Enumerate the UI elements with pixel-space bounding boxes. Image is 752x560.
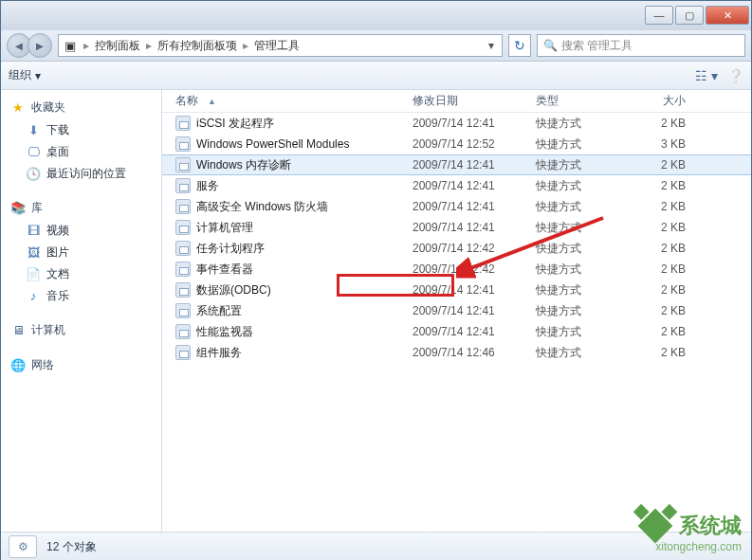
sidebar-group-label: 计算机 <box>31 322 65 338</box>
file-type: 快捷方式 <box>536 136 631 153</box>
sidebar-item-label: 最近访问的位置 <box>46 166 126 182</box>
breadcrumb-sep: ▸ <box>146 39 152 52</box>
file-name: 性能监视器 <box>196 324 253 340</box>
file-type: 快捷方式 <box>536 116 631 132</box>
sidebar-item-label: 图片 <box>46 244 69 261</box>
sidebar-group-network[interactable]: 🌐 网络 <box>1 353 161 377</box>
network-icon: 🌐 <box>10 358 26 373</box>
file-row[interactable]: 组件服务2009/7/14 12:46快捷方式2 KB <box>162 342 751 363</box>
sidebar-group-libraries[interactable]: 📚 库 <box>1 196 161 220</box>
maximize-button[interactable]: ▢ <box>675 6 704 25</box>
breadcrumb-item[interactable]: 控制面板 <box>95 38 140 54</box>
file-size: 2 KB <box>631 346 697 359</box>
sidebar-item-label: 视频 <box>46 223 69 239</box>
file-row[interactable]: 系统配置2009/7/14 12:41快捷方式2 KB <box>162 300 751 321</box>
file-size: 2 KB <box>631 158 697 172</box>
sidebar-item-recent[interactable]: 🕓 最近访问的位置 <box>1 163 161 185</box>
shortcut-icon <box>175 262 191 277</box>
view-options-icon[interactable]: ☷ ▾ <box>695 68 718 83</box>
file-date: 2009/7/14 12:41 <box>413 221 536 234</box>
file-row[interactable]: Windows 内存诊断2009/7/14 12:41快捷方式2 KB <box>162 154 751 175</box>
file-type: 快捷方式 <box>536 324 631 340</box>
file-type: 快捷方式 <box>536 262 631 278</box>
column-header-size[interactable]: 大小 <box>631 93 697 109</box>
breadcrumb-item[interactable]: 管理工具 <box>254 38 300 54</box>
sidebar-item-desktop[interactable]: 🖵 桌面 <box>1 141 161 163</box>
column-header-name[interactable]: 名称 ▲ <box>175 93 413 109</box>
column-header-type[interactable]: 类型 <box>536 93 631 109</box>
forward-button[interactable]: ► <box>28 33 52 58</box>
video-icon: 🎞 <box>26 224 41 239</box>
document-icon: 📄 <box>26 267 41 282</box>
star-icon: ★ <box>10 100 26 116</box>
file-row[interactable]: 性能监视器2009/7/14 12:41快捷方式2 KB <box>162 321 751 342</box>
breadcrumb-item[interactable]: 所有控制面板项 <box>157 38 237 54</box>
sidebar-group-favorites[interactable]: ★ 收藏夹 <box>1 96 161 119</box>
breadcrumb-sep: ▸ <box>83 39 89 52</box>
sidebar-item-pictures[interactable]: 🖼 图片 <box>1 242 161 263</box>
sidebar-item-music[interactable]: ♪ 音乐 <box>1 285 161 307</box>
file-row[interactable]: 计算机管理2009/7/14 12:41快捷方式2 KB <box>162 217 751 238</box>
search-box[interactable]: 🔍 搜索 管理工具 <box>537 34 745 57</box>
file-name: 服务 <box>196 178 219 194</box>
address-dropdown-icon[interactable]: ▾ <box>485 39 498 52</box>
organize-menu[interactable]: 组织 ▾ <box>9 67 41 83</box>
sidebar-item-label: 文档 <box>46 266 69 282</box>
file-row[interactable]: 事件查看器2009/7/14 12:42快捷方式2 KB <box>162 259 751 280</box>
file-date: 2009/7/14 12:46 <box>413 346 536 359</box>
status-count: 12 个对象 <box>46 539 97 555</box>
file-row[interactable]: 任务计划程序2009/7/14 12:42快捷方式2 KB <box>162 238 751 259</box>
sidebar-group-computer[interactable]: 🖥 计算机 <box>1 318 161 342</box>
titlebar: — ▢ ✕ <box>1 1 751 29</box>
file-name: 计算机管理 <box>196 220 253 236</box>
file-size: 2 KB <box>631 179 697 192</box>
sidebar-item-downloads[interactable]: ⬇ 下载 <box>1 119 161 141</box>
file-name: 组件服务 <box>196 345 242 361</box>
shortcut-icon <box>175 282 191 298</box>
search-placeholder: 搜索 管理工具 <box>561 38 633 54</box>
sidebar-item-label: 桌面 <box>46 144 69 160</box>
music-icon: ♪ <box>26 289 41 304</box>
organize-label: 组织 <box>9 67 31 83</box>
file-type: 快捷方式 <box>536 241 631 257</box>
file-row[interactable]: 服务2009/7/14 12:41快捷方式2 KB <box>162 175 751 196</box>
file-size: 2 KB <box>631 200 697 213</box>
file-name: 高级安全 Windows 防火墙 <box>196 199 328 215</box>
shortcut-icon <box>175 199 191 214</box>
breadcrumb-sep: ▸ <box>243 39 248 52</box>
sidebar-item-documents[interactable]: 📄 文档 <box>1 263 161 285</box>
file-row[interactable]: Windows PowerShell Modules2009/7/14 12:5… <box>162 134 751 154</box>
file-row[interactable]: iSCSI 发起程序2009/7/14 12:41快捷方式2 KB <box>162 113 751 134</box>
shortcut-icon <box>175 303 191 318</box>
file-date: 2009/7/14 12:41 <box>413 283 536 297</box>
file-name: Windows 内存诊断 <box>196 157 291 173</box>
file-type: 快捷方式 <box>536 157 631 173</box>
help-icon[interactable]: ❔ <box>727 68 743 83</box>
picture-icon: 🖼 <box>26 245 41 261</box>
control-panel-icon: ▣ <box>63 38 78 53</box>
file-size: 2 KB <box>631 325 697 338</box>
sidebar: ★ 收藏夹 ⬇ 下载 🖵 桌面 🕓 最近访问的位置 📚 库 🎞 <box>1 90 162 532</box>
file-size: 3 KB <box>631 137 697 151</box>
close-button[interactable]: ✕ <box>706 6 749 25</box>
column-header-date[interactable]: 修改日期 <box>413 93 536 109</box>
minimize-button[interactable]: — <box>645 6 673 25</box>
file-date: 2009/7/14 12:41 <box>413 179 536 192</box>
watermark: 系统城 xitongcheng.com <box>643 512 742 553</box>
file-row[interactable]: 数据源(ODBC)2009/7/14 12:41快捷方式2 KB <box>162 280 751 300</box>
file-row[interactable]: 高级安全 Windows 防火墙2009/7/14 12:41快捷方式2 KB <box>162 196 751 217</box>
computer-icon: 🖥 <box>10 323 26 338</box>
file-type: 快捷方式 <box>536 303 631 319</box>
file-name: 数据源(ODBC) <box>196 282 271 298</box>
file-size: 2 KB <box>631 304 697 317</box>
sidebar-item-videos[interactable]: 🎞 视频 <box>1 220 161 242</box>
file-date: 2009/7/14 12:52 <box>413 137 536 151</box>
content-pane: 名称 ▲ 修改日期 类型 大小 iSCSI 发起程序2009/7/14 12:4… <box>162 90 751 532</box>
refresh-button[interactable]: ↻ <box>508 34 531 57</box>
file-name: 系统配置 <box>196 303 242 319</box>
shortcut-icon <box>175 178 191 193</box>
address-bar[interactable]: ▣ ▸ 控制面板 ▸ 所有控制面板项 ▸ 管理工具 ▾ <box>58 34 503 57</box>
column-headers: 名称 ▲ 修改日期 类型 大小 <box>162 90 751 113</box>
watermark-brand: 系统城 <box>679 512 742 540</box>
shortcut-icon <box>175 345 191 360</box>
